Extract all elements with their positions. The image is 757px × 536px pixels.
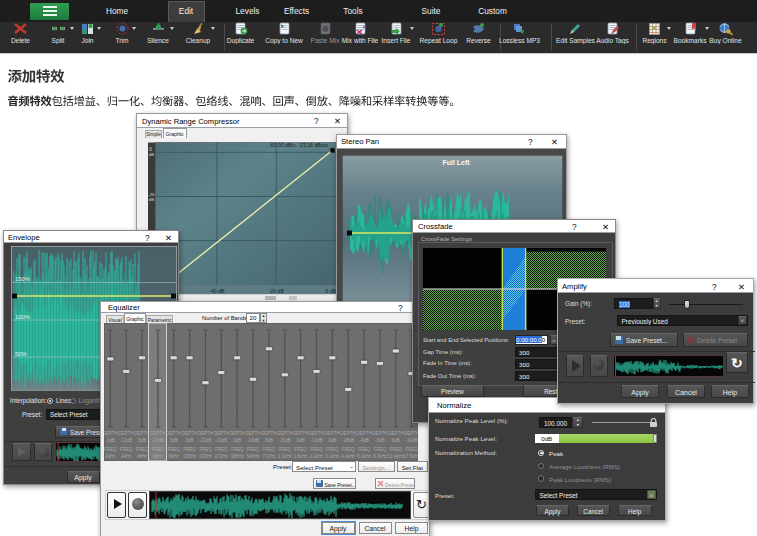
- svg-text:DEPTH: DEPTH: [104, 431, 118, 436]
- svg-text:0dB: 0dB: [328, 438, 336, 443]
- svg-text:150%: 150%: [15, 276, 30, 282]
- svg-text:-60.00 dBin, -23.16 dBout: -60.00 dBin, -23.16 dBout: [269, 141, 329, 147]
- svg-text:FREQ: FREQ: [279, 447, 292, 452]
- svg-text:DEPTH: DEPTH: [404, 431, 418, 436]
- svg-text:6dB: 6dB: [392, 438, 400, 443]
- svg-text:DEPTH: DEPTH: [245, 431, 260, 436]
- svg-text:-13dB: -13dB: [215, 438, 227, 443]
- svg-text:-15dB: -15dB: [279, 438, 291, 443]
- svg-text:386Hz: 386Hz: [231, 454, 245, 459]
- svg-text:DEPTH: DEPTH: [341, 431, 356, 436]
- svg-text:-20dB: -20dB: [152, 438, 164, 443]
- svg-text:0 dB: 0 dB: [325, 287, 336, 293]
- svg-text:FREQ: FREQ: [231, 447, 244, 452]
- svg-text:FREQ: FREQ: [310, 447, 323, 452]
- svg-text:-12dB: -12dB: [310, 438, 322, 443]
- svg-text:12.4kHz: 12.4kHz: [388, 454, 405, 459]
- svg-text:FREQ: FREQ: [374, 447, 387, 452]
- svg-text:FREQ: FREQ: [326, 447, 339, 452]
- svg-text:DEPTH: DEPTH: [356, 431, 371, 436]
- svg-text:8.7kHz: 8.7kHz: [373, 454, 388, 459]
- svg-text:-12dB: -12dB: [120, 438, 132, 443]
- svg-text:17.5kHz: 17.5kHz: [403, 454, 418, 459]
- svg-text:0dB: 0dB: [186, 438, 194, 443]
- svg-text:FREQ: FREQ: [136, 447, 149, 452]
- svg-text:FREQ: FREQ: [294, 447, 307, 452]
- svg-text:DEPTH: DEPTH: [119, 431, 134, 436]
- svg-text:-5dB: -5dB: [375, 438, 385, 443]
- svg-text:68Hz: 68Hz: [153, 454, 164, 459]
- svg-text:-1dB: -1dB: [106, 438, 116, 443]
- svg-text:dB: dB: [149, 196, 154, 201]
- svg-text:24Hz: 24Hz: [105, 454, 116, 459]
- svg-text:2.2kHz: 2.2kHz: [309, 454, 324, 459]
- svg-text:FREQ: FREQ: [342, 447, 355, 452]
- svg-text:FREQ: FREQ: [390, 447, 403, 452]
- svg-text:FREQ: FREQ: [263, 447, 276, 452]
- svg-text:-20 dB: -20 dB: [269, 287, 285, 293]
- svg-text:-22dB: -22dB: [199, 438, 211, 443]
- svg-text:Full Left: Full Left: [442, 159, 470, 166]
- svg-text:0dB: 0dB: [233, 438, 241, 443]
- svg-text:-28dB: -28dB: [342, 438, 354, 443]
- svg-text:1.5kHz: 1.5kHz: [294, 454, 309, 459]
- svg-text:DEPTH: DEPTH: [166, 431, 181, 436]
- svg-text:DEPTH: DEPTH: [309, 431, 324, 436]
- svg-text:0dB: 0dB: [170, 438, 178, 443]
- svg-text:-19dB: -19dB: [247, 438, 259, 443]
- svg-text:FREQ: FREQ: [120, 447, 133, 452]
- svg-text:96Hz: 96Hz: [168, 454, 179, 459]
- svg-text:DEPTH: DEPTH: [325, 431, 340, 436]
- svg-text:1.1kHz: 1.1kHz: [278, 454, 293, 459]
- svg-text:DEPTH: DEPTH: [261, 431, 276, 436]
- svg-text:FREQ: FREQ: [199, 447, 212, 452]
- svg-text:FREQ: FREQ: [358, 447, 371, 452]
- svg-text:FREQ: FREQ: [183, 447, 196, 452]
- svg-text:FREQ: FREQ: [215, 447, 228, 452]
- svg-text:DEPTH: DEPTH: [372, 431, 387, 436]
- svg-text:4.4kHz: 4.4kHz: [341, 454, 356, 459]
- svg-text:8dB: 8dB: [265, 438, 273, 443]
- svg-text:DEPTH: DEPTH: [198, 431, 213, 436]
- svg-text:6.2kHz: 6.2kHz: [357, 454, 372, 459]
- svg-text:-14dB: -14dB: [406, 438, 418, 443]
- svg-text:273Hz: 273Hz: [215, 454, 229, 459]
- svg-text:-4dB: -4dB: [359, 438, 369, 443]
- svg-text:100%: 100%: [15, 313, 30, 319]
- svg-text:DEPTH: DEPTH: [388, 431, 403, 436]
- svg-text:48Hz: 48Hz: [137, 454, 148, 459]
- svg-text:DEPTH: DEPTH: [277, 431, 292, 436]
- svg-text:FREQ: FREQ: [104, 447, 117, 452]
- svg-text:DEPTH: DEPTH: [230, 431, 245, 436]
- svg-text:DEPTH: DEPTH: [150, 431, 165, 436]
- svg-text:546Hz: 546Hz: [246, 454, 260, 459]
- svg-text:136Hz: 136Hz: [183, 454, 197, 459]
- svg-text:3.1kHz: 3.1kHz: [325, 454, 340, 459]
- svg-text:dB: dB: [149, 152, 154, 157]
- svg-text:FREQ: FREQ: [152, 447, 165, 452]
- svg-text:193Hz: 193Hz: [199, 454, 213, 459]
- svg-text:DEPTH: DEPTH: [214, 431, 229, 436]
- svg-text:0dB: 0dB: [138, 438, 146, 443]
- svg-text:DEPTH: DEPTH: [182, 431, 197, 436]
- svg-text:DEPTH: DEPTH: [293, 431, 308, 436]
- svg-text:FREQ: FREQ: [405, 447, 418, 452]
- svg-text:DEPTH: DEPTH: [134, 431, 149, 436]
- svg-text:34Hz: 34Hz: [121, 454, 132, 459]
- svg-text:-40 dB: -40 dB: [209, 287, 225, 293]
- svg-text:0dB: 0dB: [297, 438, 305, 443]
- svg-text:FREQ: FREQ: [247, 447, 260, 452]
- svg-text:772Hz: 772Hz: [262, 454, 276, 459]
- svg-text:FREQ: FREQ: [167, 447, 180, 452]
